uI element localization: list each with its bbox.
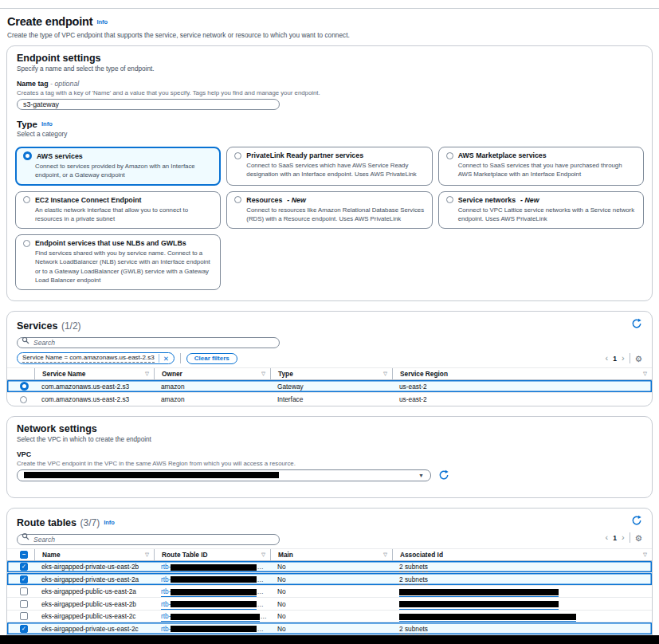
refresh-icon[interactable] xyxy=(438,469,449,481)
type-option-service-networks[interactable]: Service networks - New Connect to VPC La… xyxy=(438,191,644,230)
page-title: Create endpoint xyxy=(7,15,92,28)
prev-page-icon[interactable]: ‹ xyxy=(606,533,609,542)
column-header-service-region[interactable]: Service Region▽ xyxy=(392,368,652,379)
type-option-ec2-instance-connect[interactable]: EC2 Instance Connect Endpoint An elastic… xyxy=(15,191,221,230)
radio-icon[interactable] xyxy=(446,196,453,203)
name-tag-input[interactable] xyxy=(17,99,280,110)
type-option-description: An elastic network interface that allow … xyxy=(35,206,213,224)
checkbox[interactable] xyxy=(20,600,28,608)
route-tables-table: − Name▽ Route Table ID▽ Main▽ Associated… xyxy=(7,548,652,644)
associated-subnets-link[interactable]: 2 subnets xyxy=(399,563,428,572)
checkbox[interactable]: ✓ xyxy=(20,575,28,583)
name-tag-label: Name tag - optional xyxy=(17,80,642,88)
column-header-owner[interactable]: Owner▽ xyxy=(154,368,270,379)
type-option-privatelink-partner[interactable]: PrivateLink Ready partner services Conne… xyxy=(226,147,432,186)
main-cell: No xyxy=(270,574,392,585)
radio-icon[interactable] xyxy=(23,151,32,160)
table-row[interactable]: eks-airgapped-public-us-east-2c rtb-… No xyxy=(7,611,652,623)
service-name-cell: com.amazonaws.us-east-2.s3 xyxy=(34,381,154,392)
page-number[interactable]: 1 xyxy=(613,355,617,363)
table-row[interactable]: eks-airgapped-public-us-east-2a rtb-… No xyxy=(7,586,652,599)
sort-icon: ▽ xyxy=(643,371,647,377)
page-description: Create the type of VPC endpoint that sup… xyxy=(7,31,652,39)
type-info-link[interactable]: Info xyxy=(41,120,53,128)
checkbox[interactable] xyxy=(20,587,28,595)
type-option-label: Service networks xyxy=(458,196,516,204)
table-row[interactable]: com.amazonaws.us-east-2.s3 amazon Gatewa… xyxy=(7,380,652,393)
type-option-description: Connect to resources like Amazon Relatio… xyxy=(246,206,424,224)
table-row[interactable]: ✓ eks-airgapped-private-us-east-2c rtb-…… xyxy=(7,622,652,635)
route-table-id-link[interactable]: rtb- xyxy=(161,563,257,572)
type-options-grid: AWS services Connect to services provide… xyxy=(15,147,644,290)
route-table-id-link[interactable]: rtb- xyxy=(161,625,257,634)
gear-icon[interactable]: ⚙ xyxy=(635,534,642,543)
radio-icon[interactable] xyxy=(234,152,241,159)
route-tables-search-input[interactable] xyxy=(17,534,280,545)
page-header: Create endpointInfo Create the type of V… xyxy=(0,9,659,42)
type-option-nlb-gwlb-services[interactable]: Endpoint services that use NLBs and GWLB… xyxy=(15,234,221,290)
select-all-checkbox[interactable]: − xyxy=(20,551,28,559)
radio-icon[interactable] xyxy=(20,396,27,403)
associated-subnets-link[interactable]: 2 subnets xyxy=(399,625,428,634)
main-cell: No xyxy=(270,599,392,610)
route-tables-info-link[interactable]: Info xyxy=(104,519,115,526)
column-header-route-table-id[interactable]: Route Table ID▽ xyxy=(154,549,270,560)
radio-icon[interactable] xyxy=(446,152,453,159)
next-page-icon[interactable]: › xyxy=(622,354,625,363)
sort-icon: ▽ xyxy=(261,552,265,558)
associated-id-link[interactable] xyxy=(399,600,559,610)
close-icon[interactable]: ✕ xyxy=(163,355,169,363)
sort-icon: ▽ xyxy=(145,371,149,377)
page-info-link[interactable]: Info xyxy=(96,18,108,26)
main-cell: No xyxy=(270,623,392,634)
route-table-id-link[interactable]: rtb- xyxy=(161,587,257,597)
route-table-id-link[interactable]: rtb- xyxy=(161,575,257,585)
prev-page-icon[interactable]: ‹ xyxy=(606,354,609,363)
route-table-name-cell: eks-airgapped-public-us-east-2c xyxy=(34,611,154,622)
refresh-icon[interactable] xyxy=(631,515,642,526)
type-option-label: EC2 Instance Connect Endpoint xyxy=(35,196,141,204)
associated-id-link[interactable] xyxy=(399,612,576,622)
checkbox[interactable]: ✓ xyxy=(20,625,28,633)
type-subtitle: Select a category xyxy=(17,131,642,138)
page-number[interactable]: 1 xyxy=(613,534,617,542)
route-tables-card: Route tables (3/7)Info ‹ 1 › ⚙ − Name▽ R… xyxy=(6,508,653,644)
column-header-type[interactable]: Type▽ xyxy=(270,368,392,379)
route-table-id-link[interactable]: rtb- xyxy=(161,600,257,610)
type-option-marketplace[interactable]: AWS Marketplace services Connect to SaaS… xyxy=(438,147,644,186)
table-row[interactable]: com.amazonaws.us-east-2.s3 amazon Interf… xyxy=(7,393,652,406)
table-row[interactable]: eks-airgapped-public-us-east-2b rtb-… No xyxy=(7,598,652,611)
route-table-id-link[interactable]: rtb- xyxy=(161,612,260,622)
services-search-input[interactable] xyxy=(17,337,280,348)
clear-filters-button[interactable]: Clear filters xyxy=(186,353,237,364)
associated-id-link[interactable] xyxy=(399,587,559,597)
checkbox[interactable] xyxy=(20,612,28,620)
type-option-aws-services[interactable]: AWS services Connect to services provide… xyxy=(15,147,221,186)
column-header-name[interactable]: Name▽ xyxy=(34,549,154,560)
type-option-resources[interactable]: Resources - New Connect to resources lik… xyxy=(226,191,432,230)
endpoint-settings-subtitle: Specify a name and select the type of en… xyxy=(17,65,642,73)
radio-icon[interactable] xyxy=(23,240,30,247)
radio-icon[interactable] xyxy=(234,196,241,203)
radio-icon[interactable] xyxy=(20,382,29,391)
service-filter-chip: Service Name = com.amazonaws.us-east-2.s… xyxy=(17,352,175,364)
checkbox[interactable]: ✓ xyxy=(20,563,28,571)
column-header-main[interactable]: Main▽ xyxy=(270,549,392,560)
type-option-label: Endpoint services that use NLBs and GWLB… xyxy=(35,239,186,247)
column-header-service-name[interactable]: Service Name▽ xyxy=(34,368,154,379)
vpc-select[interactable]: ▼ xyxy=(17,469,431,481)
radio-icon[interactable] xyxy=(23,196,30,203)
type-cell: Interface xyxy=(270,394,392,405)
network-settings-card: Network settings Select the VPC in which… xyxy=(6,416,653,498)
table-row[interactable]: ✓ eks-airgapped-private-us-east-2b rtb-…… xyxy=(7,561,652,574)
table-row[interactable]: ✓ eks-airgapped-private-us-east-2a rtb-…… xyxy=(7,573,652,586)
column-header-associated-id[interactable]: Associated Id▽ xyxy=(392,549,652,560)
filter-chip-text: Service Name = com.amazonaws.us-east-2.s… xyxy=(22,354,155,363)
main-cell: No xyxy=(270,561,392,572)
refresh-icon[interactable] xyxy=(631,318,642,329)
sort-icon: ▽ xyxy=(383,552,387,558)
next-page-icon[interactable]: › xyxy=(622,533,625,542)
gear-icon[interactable]: ⚙ xyxy=(635,355,642,363)
region-cell: us-east-2 xyxy=(392,381,652,392)
associated-subnets-link[interactable]: 2 subnets xyxy=(399,575,428,585)
